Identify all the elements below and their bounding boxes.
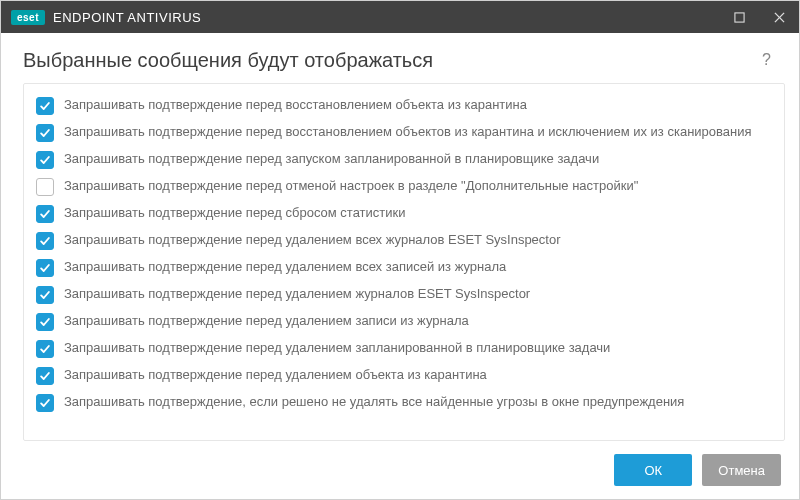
checkbox[interactable] — [36, 394, 54, 412]
checkbox[interactable] — [36, 286, 54, 304]
checkbox-label: Запрашивать подтверждение перед удаление… — [64, 285, 530, 303]
list-item: Запрашивать подтверждение перед восстано… — [34, 92, 774, 119]
page-title: Выбранные сообщения будут отображаться — [23, 49, 756, 72]
cancel-button[interactable]: Отмена — [702, 454, 781, 486]
checkbox[interactable] — [36, 97, 54, 115]
checkbox[interactable] — [36, 313, 54, 331]
dialog-footer: ОК Отмена — [1, 441, 799, 499]
list-item: Запрашивать подтверждение перед отменой … — [34, 173, 774, 200]
list-item: Запрашивать подтверждение перед сбросом … — [34, 200, 774, 227]
list-item: Запрашивать подтверждение перед удаление… — [34, 362, 774, 389]
checkbox[interactable] — [36, 151, 54, 169]
product-name: ENDPOINT ANTIVIRUS — [53, 10, 201, 25]
checkbox[interactable] — [36, 178, 54, 196]
help-icon[interactable]: ? — [756, 47, 777, 73]
checkbox-label: Запрашивать подтверждение перед отменой … — [64, 177, 638, 195]
content-wrapper: Запрашивать подтверждение перед восстано… — [1, 83, 799, 441]
checkbox[interactable] — [36, 205, 54, 223]
titlebar: eset ENDPOINT ANTIVIRUS — [1, 1, 799, 33]
close-icon — [774, 12, 785, 23]
checkbox[interactable] — [36, 367, 54, 385]
list-item: Запрашивать подтверждение перед запуском… — [34, 146, 774, 173]
dialog-window: eset ENDPOINT ANTIVIRUS Выбранные сообще… — [0, 0, 800, 500]
checkbox-label: Запрашивать подтверждение перед запуском… — [64, 150, 599, 168]
checkbox-label: Запрашивать подтверждение перед удаление… — [64, 231, 561, 249]
list-item: Запрашивать подтверждение перед удаление… — [34, 335, 774, 362]
checkbox-label: Запрашивать подтверждение перед сбросом … — [64, 204, 405, 222]
list-item: Запрашивать подтверждение, если решено н… — [34, 389, 774, 416]
checkbox-label: Запрашивать подтверждение перед удаление… — [64, 312, 469, 330]
ok-button[interactable]: ОК — [614, 454, 692, 486]
checkbox[interactable] — [36, 259, 54, 277]
checkbox-label: Запрашивать подтверждение перед восстано… — [64, 123, 752, 141]
checkbox-label: Запрашивать подтверждение перед восстано… — [64, 96, 527, 114]
checkbox[interactable] — [36, 232, 54, 250]
list-item: Запрашивать подтверждение перед удаление… — [34, 308, 774, 335]
list-item: Запрашивать подтверждение перед удаление… — [34, 281, 774, 308]
checkbox[interactable] — [36, 124, 54, 142]
checkbox-label: Запрашивать подтверждение, если решено н… — [64, 393, 684, 411]
checkbox-list[interactable]: Запрашивать подтверждение перед восстано… — [23, 83, 785, 441]
svg-rect-0 — [734, 12, 743, 21]
minimize-icon — [734, 12, 745, 23]
checkbox-label: Запрашивать подтверждение перед удаление… — [64, 366, 487, 384]
brand-badge: eset — [11, 10, 45, 25]
dialog-header: Выбранные сообщения будут отображаться ? — [1, 33, 799, 83]
checkbox-label: Запрашивать подтверждение перед удаление… — [64, 258, 506, 276]
list-item: Запрашивать подтверждение перед удаление… — [34, 254, 774, 281]
minimize-button[interactable] — [719, 1, 759, 33]
list-item: Запрашивать подтверждение перед удаление… — [34, 227, 774, 254]
checkbox-label: Запрашивать подтверждение перед удаление… — [64, 339, 610, 357]
close-button[interactable] — [759, 1, 799, 33]
checkbox[interactable] — [36, 340, 54, 358]
list-item: Запрашивать подтверждение перед восстано… — [34, 119, 774, 146]
